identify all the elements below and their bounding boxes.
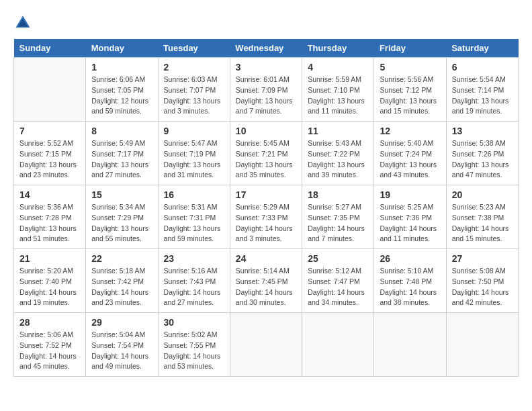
calendar-header-row: SundayMondayTuesdayWednesdayThursdayFrid…: [14, 39, 519, 58]
day-info: Sunrise: 5:25 AM Sunset: 7:36 PM Dayligh…: [380, 202, 440, 244]
calendar-cell: [14, 58, 86, 122]
calendar-cell: 12Sunrise: 5:40 AM Sunset: 7:24 PM Dayli…: [374, 122, 446, 185]
day-info: Sunrise: 6:01 AM Sunset: 7:09 PM Dayligh…: [236, 75, 296, 117]
day-info: Sunrise: 5:27 AM Sunset: 7:35 PM Dayligh…: [308, 202, 368, 244]
calendar-cell: [230, 313, 302, 377]
calendar-cell: 23Sunrise: 5:16 AM Sunset: 7:43 PM Dayli…: [158, 249, 230, 313]
day-number: 1: [91, 62, 152, 73]
day-info: Sunrise: 5:04 AM Sunset: 7:54 PM Dayligh…: [91, 330, 152, 372]
calendar-cell: 28Sunrise: 5:06 AM Sunset: 7:52 PM Dayli…: [14, 313, 86, 377]
day-info: Sunrise: 5:08 AM Sunset: 7:50 PM Dayligh…: [452, 266, 513, 308]
day-info: Sunrise: 5:40 AM Sunset: 7:24 PM Dayligh…: [380, 138, 440, 181]
day-number: 30: [164, 317, 224, 328]
day-number: 26: [380, 253, 440, 264]
day-number: 12: [380, 126, 440, 136]
day-number: 24: [236, 253, 296, 264]
calendar-cell: 25Sunrise: 5:12 AM Sunset: 7:47 PM Dayli…: [302, 249, 374, 313]
calendar-cell: [446, 313, 518, 377]
day-number: 8: [91, 126, 152, 136]
calendar-cell: 3Sunrise: 6:01 AM Sunset: 7:09 PM Daylig…: [230, 58, 302, 122]
calendar-cell: 4Sunrise: 5:59 AM Sunset: 7:10 PM Daylig…: [302, 58, 374, 122]
day-info: Sunrise: 5:18 AM Sunset: 7:42 PM Dayligh…: [91, 266, 152, 308]
day-info: Sunrise: 5:12 AM Sunset: 7:47 PM Dayligh…: [308, 266, 368, 308]
day-info: Sunrise: 5:47 AM Sunset: 7:19 PM Dayligh…: [164, 138, 224, 181]
calendar-cell: 21Sunrise: 5:20 AM Sunset: 7:40 PM Dayli…: [14, 249, 86, 313]
day-info: Sunrise: 5:10 AM Sunset: 7:48 PM Dayligh…: [380, 266, 440, 308]
day-info: Sunrise: 5:14 AM Sunset: 7:45 PM Dayligh…: [236, 266, 296, 308]
day-number: 19: [380, 189, 440, 200]
day-info: Sunrise: 5:31 AM Sunset: 7:31 PM Dayligh…: [164, 202, 224, 244]
day-info: Sunrise: 5:23 AM Sunset: 7:38 PM Dayligh…: [452, 202, 513, 244]
day-number: 6: [452, 62, 513, 73]
calendar-cell: 18Sunrise: 5:27 AM Sunset: 7:35 PM Dayli…: [302, 185, 374, 249]
calendar-cell: 30Sunrise: 5:02 AM Sunset: 7:55 PM Dayli…: [158, 313, 230, 377]
day-number: 16: [164, 189, 224, 200]
header-day-thursday: Thursday: [302, 39, 374, 58]
calendar-cell: 9Sunrise: 5:47 AM Sunset: 7:19 PM Daylig…: [158, 122, 230, 185]
calendar-cell: 17Sunrise: 5:29 AM Sunset: 7:33 PM Dayli…: [230, 185, 302, 249]
logo-icon: [13, 13, 32, 32]
calendar-week-3: 14Sunrise: 5:36 AM Sunset: 7:28 PM Dayli…: [14, 185, 519, 249]
calendar-cell: 16Sunrise: 5:31 AM Sunset: 7:31 PM Dayli…: [158, 185, 230, 249]
day-number: 4: [308, 62, 368, 73]
day-number: 23: [164, 253, 224, 264]
calendar-cell: 7Sunrise: 5:52 AM Sunset: 7:15 PM Daylig…: [14, 122, 86, 185]
day-number: 21: [19, 253, 80, 264]
day-info: Sunrise: 5:34 AM Sunset: 7:29 PM Dayligh…: [91, 202, 152, 244]
calendar-week-5: 28Sunrise: 5:06 AM Sunset: 7:52 PM Dayli…: [14, 313, 519, 377]
day-number: 9: [164, 126, 224, 136]
header-day-friday: Friday: [374, 39, 446, 58]
header: [13, 13, 519, 32]
day-info: Sunrise: 5:38 AM Sunset: 7:26 PM Dayligh…: [452, 138, 513, 181]
calendar-cell: 19Sunrise: 5:25 AM Sunset: 7:36 PM Dayli…: [374, 185, 446, 249]
calendar-cell: 10Sunrise: 5:45 AM Sunset: 7:21 PM Dayli…: [230, 122, 302, 185]
day-number: 20: [452, 189, 513, 200]
day-info: Sunrise: 5:45 AM Sunset: 7:21 PM Dayligh…: [236, 138, 296, 181]
day-info: Sunrise: 6:06 AM Sunset: 7:05 PM Dayligh…: [91, 75, 152, 117]
calendar-cell: 24Sunrise: 5:14 AM Sunset: 7:45 PM Dayli…: [230, 249, 302, 313]
day-number: 25: [308, 253, 368, 264]
day-info: Sunrise: 5:16 AM Sunset: 7:43 PM Dayligh…: [164, 266, 224, 308]
calendar-cell: [374, 313, 446, 377]
day-info: Sunrise: 5:59 AM Sunset: 7:10 PM Dayligh…: [308, 75, 368, 117]
day-number: 14: [19, 189, 80, 200]
calendar-cell: 15Sunrise: 5:34 AM Sunset: 7:29 PM Dayli…: [86, 185, 158, 249]
day-number: 3: [236, 62, 296, 73]
day-number: 2: [164, 62, 224, 73]
calendar-cell: [302, 313, 374, 377]
day-info: Sunrise: 5:43 AM Sunset: 7:22 PM Dayligh…: [308, 138, 368, 181]
day-number: 17: [236, 189, 296, 200]
calendar-cell: 6Sunrise: 5:54 AM Sunset: 7:14 PM Daylig…: [446, 58, 518, 122]
day-number: 28: [19, 317, 80, 328]
day-number: 11: [308, 126, 368, 136]
day-info: Sunrise: 5:29 AM Sunset: 7:33 PM Dayligh…: [236, 202, 296, 244]
calendar-cell: 1Sunrise: 6:06 AM Sunset: 7:05 PM Daylig…: [86, 58, 158, 122]
day-info: Sunrise: 5:52 AM Sunset: 7:15 PM Dayligh…: [19, 138, 80, 181]
day-number: 10: [236, 126, 296, 136]
day-number: 5: [380, 62, 440, 73]
header-day-wednesday: Wednesday: [230, 39, 302, 58]
calendar-week-2: 7Sunrise: 5:52 AM Sunset: 7:15 PM Daylig…: [14, 122, 519, 185]
day-number: 27: [452, 253, 513, 264]
calendar-cell: 27Sunrise: 5:08 AM Sunset: 7:50 PM Dayli…: [446, 249, 518, 313]
logo: [13, 13, 35, 32]
calendar-cell: 14Sunrise: 5:36 AM Sunset: 7:28 PM Dayli…: [14, 185, 86, 249]
day-info: Sunrise: 5:20 AM Sunset: 7:40 PM Dayligh…: [19, 266, 80, 308]
calendar-week-4: 21Sunrise: 5:20 AM Sunset: 7:40 PM Dayli…: [14, 249, 519, 313]
calendar-cell: 29Sunrise: 5:04 AM Sunset: 7:54 PM Dayli…: [86, 313, 158, 377]
day-number: 29: [91, 317, 152, 328]
day-info: Sunrise: 5:06 AM Sunset: 7:52 PM Dayligh…: [19, 330, 80, 372]
calendar-cell: 20Sunrise: 5:23 AM Sunset: 7:38 PM Dayli…: [446, 185, 518, 249]
day-number: 13: [452, 126, 513, 136]
day-info: Sunrise: 6:03 AM Sunset: 7:07 PM Dayligh…: [164, 75, 224, 117]
day-info: Sunrise: 5:36 AM Sunset: 7:28 PM Dayligh…: [19, 202, 80, 244]
calendar-cell: 5Sunrise: 5:56 AM Sunset: 7:12 PM Daylig…: [374, 58, 446, 122]
day-info: Sunrise: 5:02 AM Sunset: 7:55 PM Dayligh…: [164, 330, 224, 372]
header-day-saturday: Saturday: [446, 39, 518, 58]
calendar-cell: 11Sunrise: 5:43 AM Sunset: 7:22 PM Dayli…: [302, 122, 374, 185]
calendar-cell: 8Sunrise: 5:49 AM Sunset: 7:17 PM Daylig…: [86, 122, 158, 185]
calendar-week-1: 1Sunrise: 6:06 AM Sunset: 7:05 PM Daylig…: [14, 58, 519, 122]
day-number: 7: [19, 126, 80, 136]
calendar-cell: 2Sunrise: 6:03 AM Sunset: 7:07 PM Daylig…: [158, 58, 230, 122]
day-info: Sunrise: 5:49 AM Sunset: 7:17 PM Dayligh…: [91, 138, 152, 181]
